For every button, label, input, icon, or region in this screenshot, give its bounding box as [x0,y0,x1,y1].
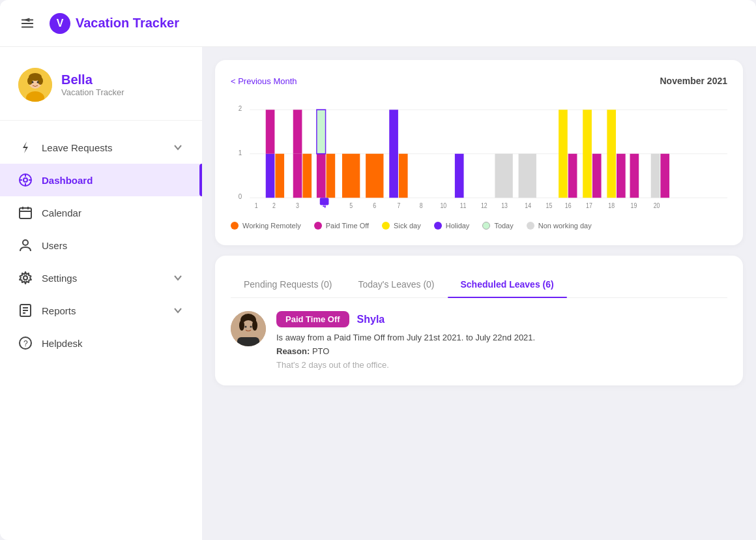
svg-text:0: 0 [239,192,242,201]
user-info: Bella Vacation Tracker [61,72,124,97]
svg-text:19: 19 [631,202,637,209]
sidebar-item-helpdesk[interactable]: ? Helpdesk [0,327,202,359]
svg-text:15: 15 [546,202,553,209]
legend-dot-paid-time-off [314,222,322,230]
svg-rect-17 [20,208,31,218]
helpdesk-label: Helpdesk [42,338,83,349]
svg-point-85 [245,326,247,328]
logo-icon: V [50,13,70,34]
sidebar-item-reports[interactable]: Reports [0,294,202,327]
leave-user-avatar [231,311,266,346]
svg-point-83 [239,320,244,331]
legend-dot-today [482,222,490,230]
main-layout: Bella Vacation Tracker Leave Requests [0,47,756,540]
svg-point-22 [23,276,27,280]
svg-rect-58 [455,154,464,198]
leave-user-name: Shyla [357,314,385,325]
svg-rect-54 [399,154,408,198]
dashboard-label: Dashboard [42,175,93,186]
svg-rect-69 [583,110,592,198]
svg-rect-61 [495,154,512,198]
svg-rect-67 [568,154,577,198]
legend-dot-sick-day [382,222,390,230]
svg-text:7: 7 [397,202,400,209]
svg-point-86 [250,326,252,328]
svg-point-84 [252,320,257,331]
svg-rect-42 [302,154,312,198]
chevron-down-icon [172,305,184,316]
sidebar-item-settings[interactable]: Settings [0,262,202,294]
users-icon [18,238,33,252]
svg-rect-38 [275,154,284,198]
svg-text:18: 18 [608,202,615,209]
sidebar-item-calendar[interactable]: Calendar [0,196,202,229]
sidebar: Bella Vacation Tracker Leave Requests [0,47,202,540]
leave-entry: Paid Time Off Shyla Is away from a Paid … [231,311,727,370]
svg-rect-75 [630,154,639,198]
user-name: Bella [61,72,124,87]
users-label: Users [42,240,67,251]
svg-text:?: ? [23,339,28,348]
svg-rect-46 [327,154,336,198]
chart-month-title: November 2021 [660,76,727,86]
legend-today: Today [482,222,513,230]
svg-point-12 [23,178,27,182]
svg-rect-37 [266,110,275,154]
svg-text:2: 2 [272,202,276,209]
chart-legend: Working Remotely Paid Time Off Sick day … [231,222,727,230]
legend-non-working-day: Non working day [527,222,592,230]
svg-text:10: 10 [440,202,446,209]
content-area: < Previous Month November 2021 2 1 0 [202,47,756,540]
legend-working-remotely: Working Remotely [231,222,301,230]
svg-text:17: 17 [586,202,592,209]
svg-rect-70 [592,154,602,198]
calendar-icon [18,205,33,220]
reports-label: Reports [42,305,76,316]
leave-details: Paid Time Off Shyla Is away from a Paid … [276,311,727,370]
chevron-down-icon [172,142,184,153]
svg-text:4: 4 [323,202,327,209]
chart-card: < Previous Month November 2021 2 1 0 [215,60,743,245]
svg-rect-66 [559,110,568,198]
legend-dot-holiday [434,222,442,230]
chevron-down-icon [172,272,184,284]
svg-rect-49 [342,154,360,198]
sidebar-item-dashboard[interactable]: Dashboard [0,164,202,196]
svg-text:11: 11 [460,202,467,209]
legend-holiday: Holiday [434,222,470,230]
dashboard-card: Pending Requests (0) Today's Leaves (0) … [215,256,743,385]
legend-paid-time-off: Paid Time Off [314,222,369,230]
svg-rect-41 [293,110,302,154]
svg-rect-40 [293,154,302,198]
leave-entry-header: Paid Time Off Shyla [276,311,727,327]
svg-text:2: 2 [239,104,242,113]
app-logo: V Vacation Tracker [50,13,179,34]
reason-value: PTO [312,346,330,356]
reason-label: Reason: [276,346,310,356]
sidebar-item-users[interactable]: Users [0,229,202,262]
tab-todays-leaves[interactable]: Today's Leaves (0) [345,271,447,297]
settings-label: Settings [42,273,77,284]
svg-point-21 [23,240,28,245]
legend-sick-day: Sick day [382,222,421,230]
svg-rect-72 [607,110,616,198]
svg-rect-77 [651,154,660,198]
svg-text:20: 20 [654,202,660,209]
chart-area: 2 1 0 1 2 [231,97,727,214]
legend-dot-non-working-day [527,222,534,230]
svg-rect-36 [266,154,275,198]
dashboard-icon [18,173,33,187]
svg-text:14: 14 [525,202,531,209]
tab-pending-requests[interactable]: Pending Requests (0) [231,271,345,297]
sidebar-item-leave-requests[interactable]: Leave Requests [0,131,202,164]
svg-rect-87 [237,337,259,346]
tab-scheduled-leaves[interactable]: Scheduled Leaves (6) [448,271,567,297]
bar-chart: 2 1 0 1 2 [231,97,727,214]
svg-text:8: 8 [420,202,423,209]
prev-month-button[interactable]: < Previous Month [231,76,297,86]
user-subtitle: Vacation Tracker [61,87,124,97]
leave-requests-label: Leave Requests [42,142,112,153]
leave-type-badge: Paid Time Off [276,311,349,327]
svg-point-8 [38,77,43,85]
collapse-button[interactable] [16,12,39,35]
